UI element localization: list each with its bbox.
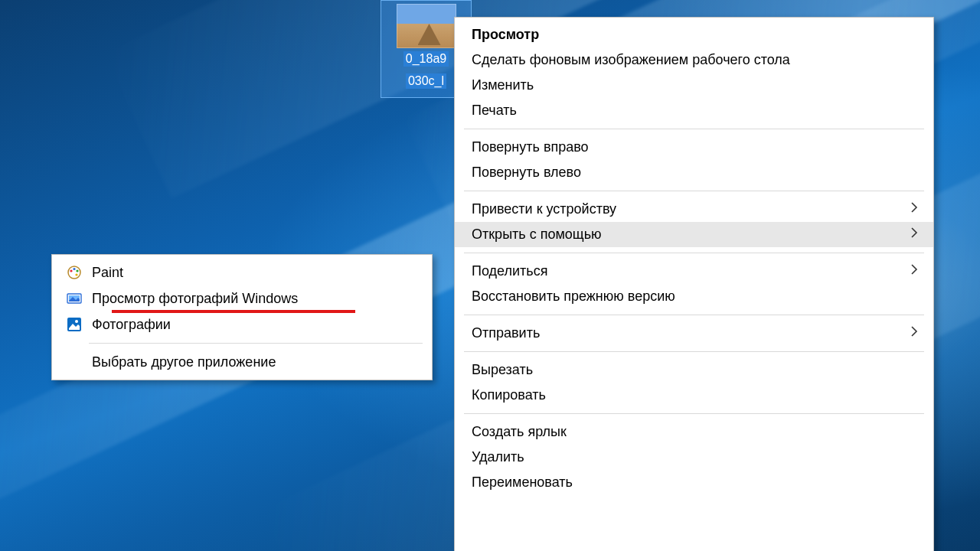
ctx-item-edit[interactable]: Изменить [455,73,933,98]
ctx-item-label: Поделиться [472,263,898,279]
ctx-separator [464,315,924,315]
ctx-separator [464,413,924,414]
open-with-submenu: Paint Просмотр фотографий Windows [51,254,433,380]
ctx-item-label: Копировать [472,387,918,403]
ctx-item-label: Вырезать [472,362,918,378]
ctx-item-open-with[interactable]: Открыть с помощью [455,222,933,247]
ctx-item-label: Отправить [472,325,898,341]
ctx-item-copy[interactable]: Копировать [455,383,933,408]
ctx-item-label: Изменить [472,77,918,93]
ctx-item-label: Сделать фоновым изображением рабочего ст… [472,52,918,68]
ctx-item-label: Повернуть влево [472,165,918,181]
openwith-item-label: Просмотр фотографий Windows [92,291,416,307]
ctx-item-cast-to-device[interactable]: Привести к устройству [455,197,933,222]
file-name-line1: 0_18a9 [403,51,449,67]
ctx-separator [464,351,924,352]
ctx-item-label: Повернуть вправо [472,139,918,155]
openwith-item-photos-app[interactable]: Фотографии [52,311,432,337]
ctx-separator [464,129,924,129]
paint-icon [66,264,83,281]
ctx-item-label: Привести к устройству [472,201,898,217]
ctx-item-rotate-right[interactable]: Повернуть вправо [455,135,933,160]
windows-photo-viewer-icon [66,290,83,307]
ctx-item-set-wallpaper[interactable]: Сделать фоновым изображением рабочего ст… [455,47,933,73]
openwith-item-windows-photo-viewer[interactable]: Просмотр фотографий Windows [52,285,432,311]
ctx-item-label: Просмотр [472,27,918,43]
desktop[interactable]: 0_18a9 030c_l Просмотр Сделать фоновым и… [0,0,980,551]
chevron-right-icon [910,325,918,341]
file-thumbnail [397,4,456,48]
ctx-separator [464,253,924,253]
svg-point-2 [73,268,75,270]
file-context-menu: Просмотр Сделать фоновым изображением ра… [454,17,934,551]
ctx-item-rename[interactable]: Переименовать [455,470,933,495]
photos-app-icon [66,316,83,333]
ctx-item-rotate-left[interactable]: Повернуть влево [455,160,933,185]
svg-point-4 [75,273,77,276]
ctx-item-share[interactable]: Поделиться [455,259,933,284]
chevron-right-icon [910,201,918,217]
ctx-item-label: Переименовать [472,474,918,491]
ctx-item-view[interactable]: Просмотр [455,22,933,47]
blank-icon [66,354,83,370]
ctx-item-label: Восстановить прежнюю версию [472,289,918,305]
openwith-item-paint[interactable]: Paint [52,259,432,285]
ctx-item-label: Открыть с помощью [472,227,898,243]
svg-point-3 [76,269,78,272]
svg-point-8 [75,320,78,323]
ctx-item-restore-previous-version[interactable]: Восстановить прежнюю версию [455,284,933,309]
ctx-item-print[interactable]: Печать [455,98,933,123]
ctx-item-label: Печать [472,103,918,119]
svg-point-1 [70,269,72,272]
ctx-item-cut[interactable]: Вырезать [455,357,933,383]
ctx-separator [464,191,924,191]
file-name-line2: 030c_l [406,73,446,89]
ctx-item-send-to[interactable]: Отправить [455,321,933,346]
ctx-item-create-shortcut[interactable]: Создать ярлык [455,419,933,445]
chevron-right-icon [910,227,918,243]
chevron-right-icon [910,263,918,279]
openwith-item-label: Выбрать другое приложение [92,354,416,370]
openwith-item-label: Paint [92,265,416,281]
ctx-item-label: Создать ярлык [472,424,918,440]
ctx-item-label: Удалить [472,449,918,465]
openwith-item-choose-another-app[interactable]: Выбрать другое приложение [52,349,432,375]
ctx-item-delete[interactable]: Удалить [455,445,933,470]
submenu-separator [89,343,423,344]
openwith-item-label: Фотографии [92,317,416,333]
